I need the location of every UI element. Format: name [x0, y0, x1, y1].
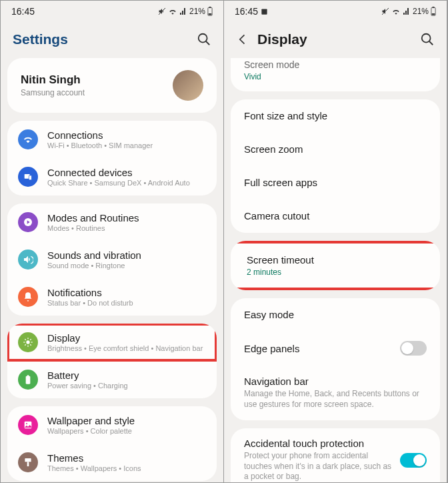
battery-percent: 21%	[413, 7, 429, 16]
status-time: 16:45	[235, 6, 268, 17]
settings-screen: 16:45 21% Settings Nitin Singh Samsung a…	[1, 1, 224, 482]
svg-rect-28	[432, 13, 435, 15]
signal-icon	[179, 7, 187, 15]
item-display[interactable]: DisplayBrightness • Eye comfort shield •…	[7, 324, 217, 361]
timeout-title: Screen timeout	[247, 254, 314, 266]
item-sub: Themes • Wallpapers • Icons	[47, 464, 206, 472]
item-sounds[interactable]: Sounds and vibrationSound mode • Rington…	[7, 241, 217, 278]
image-icon	[18, 415, 38, 435]
item-battery[interactable]: BatteryPower saving • Charging	[7, 361, 217, 398]
wifi-icon	[391, 7, 401, 15]
status-icons: 21%	[158, 7, 213, 16]
item-title: Sounds and vibration	[47, 250, 206, 261]
item-font-size[interactable]: Font size and style	[231, 99, 440, 133]
item-title: Connected devices	[47, 167, 206, 178]
item-connected-devices[interactable]: Connected devicesQuick Share • Samsung D…	[7, 158, 217, 195]
modes-icon	[18, 212, 38, 232]
settings-header: Settings	[1, 22, 223, 58]
wifi-icon	[18, 129, 38, 149]
svg-rect-19	[27, 375, 29, 376]
item-easy-mode[interactable]: Easy mode	[231, 298, 440, 332]
devices-icon	[18, 167, 38, 187]
avatar[interactable]	[173, 70, 203, 101]
search-icon[interactable]	[420, 32, 435, 47]
back-icon[interactable]	[236, 33, 249, 46]
battery-icon	[18, 370, 38, 390]
item-navigation-bar[interactable]: Navigation bar Manage the Home, Back, an…	[231, 365, 440, 420]
item-connections[interactable]: ConnectionsWi-Fi • Bluetooth • SIM manag…	[7, 121, 217, 158]
item-wallpaper[interactable]: Wallpaper and styleWallpapers • Color pa…	[7, 406, 217, 444]
svg-line-17	[30, 339, 31, 340]
svg-line-5	[206, 41, 210, 45]
group-easy: Easy mode Edge panels Navigation bar Man…	[231, 298, 440, 420]
item-screen-timeout[interactable]: Screen timeout 2 minutes	[231, 244, 440, 288]
item-modes[interactable]: Modes and RoutinesModes • Routines	[7, 203, 217, 241]
item-sub: Power saving • Charging	[47, 382, 206, 390]
svg-rect-23	[27, 462, 29, 466]
item-edge-panels[interactable]: Edge panels	[231, 332, 440, 365]
profile-name: Nitin Singh	[21, 73, 85, 87]
item-title: Themes	[47, 452, 206, 464]
status-bar: 16:45 21%	[1, 1, 223, 22]
toggle-edge-panels[interactable]	[400, 341, 427, 356]
item-sub: Brightness • Eye comfort shield • Naviga…	[47, 344, 206, 352]
display-content: Screen mode Vivid Font size and style Sc…	[224, 58, 447, 482]
svg-rect-18	[26, 376, 31, 384]
svg-point-4	[199, 34, 207, 43]
group-modes: Modes and RoutinesModes • Routines Sound…	[7, 203, 217, 316]
svg-rect-27	[432, 7, 434, 8]
svg-rect-3	[209, 13, 212, 15]
battery-icon	[207, 7, 213, 16]
item-title: Modes and Routines	[47, 212, 206, 223]
item-themes[interactable]: ThemesThemes • Wallpapers • Icons	[7, 444, 217, 481]
svg-rect-24	[261, 9, 267, 14]
screen-mode-value: Vivid	[244, 72, 261, 81]
bell-icon	[18, 287, 38, 307]
item-sub: Quick Share • Samsung DeX • Android Auto	[47, 179, 206, 187]
timeout-value: 2 minutes	[247, 268, 424, 277]
item-notifications[interactable]: NotificationsStatus bar • Do not disturb	[7, 278, 217, 316]
display-header: Display	[224, 22, 447, 58]
settings-content: Nitin Singh Samsung account ConnectionsW…	[1, 58, 223, 481]
toggle-accidental-touch[interactable]	[400, 453, 427, 468]
svg-point-29	[422, 34, 431, 43]
svg-point-21	[26, 423, 27, 424]
svg-line-15	[30, 344, 31, 345]
screenshot-icon	[261, 8, 268, 15]
item-title: Battery	[47, 370, 206, 381]
svg-line-30	[429, 41, 433, 45]
svg-rect-7	[29, 175, 31, 180]
profile-card[interactable]: Nitin Singh Samsung account	[7, 58, 217, 113]
status-bar: 16:45 21%	[224, 1, 447, 22]
paint-icon	[18, 452, 38, 472]
item-sub: Modes • Routines	[47, 224, 206, 232]
item-screen-zoom[interactable]: Screen zoom	[231, 133, 440, 166]
group-display: DisplayBrightness • Eye comfort shield •…	[7, 324, 217, 398]
group-timeout: Screen timeout 2 minutes	[231, 241, 440, 290]
item-sub: Sound mode • Ringtone	[47, 262, 206, 270]
signal-icon	[403, 7, 411, 15]
mute-icon	[381, 7, 389, 15]
profile-sub: Samsung account	[21, 88, 85, 97]
battery-icon	[431, 7, 436, 16]
item-accidental-touch[interactable]: Accidental touch protection Protect your…	[231, 428, 440, 482]
item-sub: Status bar • Do not disturb	[47, 299, 206, 307]
group-font: Font size and style Screen zoom Full scr…	[231, 99, 440, 233]
display-screen: 16:45 21% Display Screen mode Vivid Font…	[224, 1, 447, 482]
highlight-timeout: Screen timeout 2 minutes	[231, 241, 440, 290]
item-fullscreen-apps[interactable]: Full screen apps	[231, 166, 440, 199]
item-title: Notifications	[47, 287, 206, 298]
item-sub: Wi-Fi • Bluetooth • SIM manager	[47, 141, 206, 149]
item-sub: Wallpapers • Color palette	[47, 427, 206, 435]
svg-rect-2	[209, 7, 211, 8]
search-icon[interactable]	[197, 32, 211, 47]
svg-point-9	[26, 340, 29, 344]
brightness-icon	[18, 332, 38, 352]
sound-icon	[18, 250, 38, 270]
item-title: Display	[47, 332, 206, 344]
group-touch: Accidental touch protection Protect your…	[231, 428, 440, 482]
item-title: Wallpaper and style	[47, 415, 206, 426]
item-screen-mode[interactable]: Screen mode Vivid	[231, 58, 440, 91]
svg-rect-22	[25, 458, 31, 462]
item-camera-cutout[interactable]: Camera cutout	[231, 199, 440, 233]
